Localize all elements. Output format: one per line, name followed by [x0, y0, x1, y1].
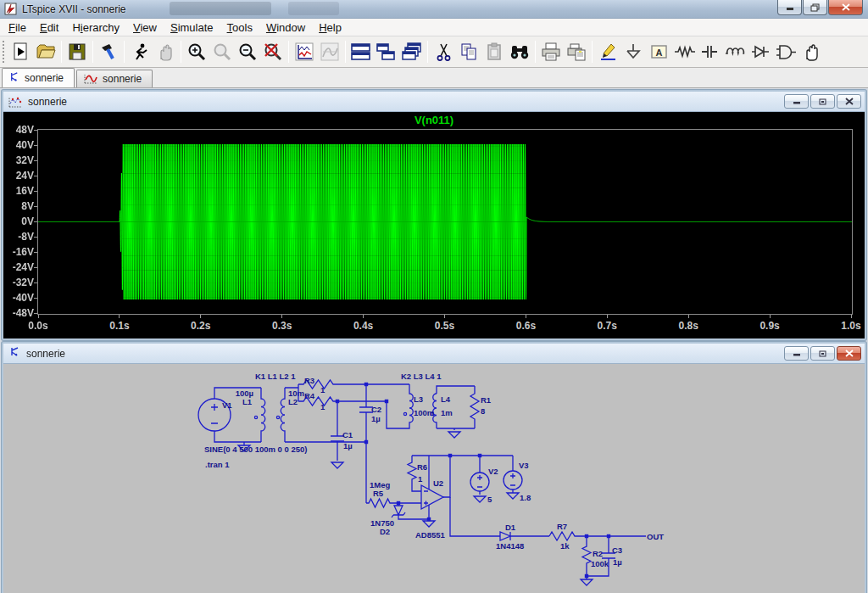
toolbar-label-button[interactable]: A: [646, 39, 671, 64]
tab-schematic-sonnerie[interactable]: sonnerie: [2, 68, 75, 87]
toolbar-print-button[interactable]: [538, 39, 564, 64]
toolbar-save-button[interactable]: [64, 39, 90, 64]
window-titlebar[interactable]: LTspice XVII - sonnerie: [0, 0, 868, 19]
svg-text:1µ: 1µ: [343, 441, 353, 450]
svg-text:1: 1: [418, 474, 423, 484]
component-c1[interactable]: C1 1µ: [331, 401, 353, 468]
x-tick-label: 0.3s: [264, 320, 301, 332]
restore-button[interactable]: [803, 0, 827, 15]
component-l1-l2[interactable]: 100µ L1 10m L2 K1 L1 L2 1: [236, 372, 304, 442]
component-d1[interactable]: D1 1N4148: [450, 497, 549, 551]
waveform-restore-button[interactable]: [810, 94, 835, 109]
x-tick-label: 0.2s: [182, 320, 220, 332]
svg-text:1.8: 1.8: [520, 493, 531, 502]
svg-text:100m: 100m: [414, 408, 434, 417]
menu-file[interactable]: File: [2, 20, 33, 36]
svg-text:R4: R4: [304, 391, 315, 400]
x-tick-label: 0.7s: [588, 320, 626, 332]
svg-text:C1: C1: [342, 430, 353, 439]
schematic-close-button[interactable]: [837, 346, 861, 361]
open-icon: [35, 42, 57, 62]
y-tick: [34, 237, 37, 238]
close-button[interactable]: [828, 0, 863, 15]
plot-frame[interactable]: [37, 129, 853, 315]
menu-simulate[interactable]: Simulate: [164, 20, 220, 36]
y-tick-label: -16V: [3, 246, 34, 258]
toolbar-tile-vertical-button[interactable]: [374, 39, 399, 64]
schematic-window-titlebar[interactable]: sonnerie: [3, 344, 865, 364]
menu-tools[interactable]: Tools: [220, 20, 259, 36]
schematic-minimize-button[interactable]: [784, 346, 809, 361]
component-r7[interactable]: R7 1k: [549, 522, 646, 551]
svg-text:8: 8: [481, 406, 485, 416]
svg-text:A: A: [656, 48, 663, 58]
label-icon: A: [648, 42, 669, 62]
spice-directive-tran[interactable]: .tran 1: [205, 460, 230, 469]
waveform-canvas[interactable]: [38, 130, 852, 314]
component-v3[interactable]: V3 1.8: [504, 456, 531, 502]
menu-edit[interactable]: Edit: [33, 20, 65, 36]
toolbar-zoom-in-button[interactable]: [184, 39, 209, 64]
waveform-plot-pane[interactable]: V(n011) 48V40V32V24V16V8V0V-8V-16V-24V-3…: [3, 112, 865, 338]
waveform-window-icon: [8, 96, 23, 108]
toolbar-zoom-out-button[interactable]: [235, 39, 260, 64]
toolbar-find-button[interactable]: [507, 39, 532, 64]
toolbar: A: [0, 36, 868, 68]
toolbar-cut-button[interactable]: [431, 39, 456, 64]
toolbar-cascade-button[interactable]: [399, 39, 425, 64]
waveform-close-button[interactable]: [837, 94, 861, 109]
schematic-drawing[interactable]: V1 100µ L1 10m L2 K1 L1 L2 1 R3: [3, 364, 865, 593]
y-tick-label: 32V: [3, 154, 34, 166]
toolbar-zoom-full-button[interactable]: [260, 39, 286, 64]
waveform-minimize-button[interactable]: [784, 94, 809, 109]
toolbar-gripper[interactable]: [2, 40, 5, 64]
toolbar-separator: [124, 41, 125, 63]
x-tick-label: 0.6s: [507, 320, 544, 332]
toolbar-capacitor-button[interactable]: [697, 39, 722, 64]
toolbar-copy-button[interactable]: [456, 39, 481, 64]
component-l3-l4[interactable]: K2 L3 L4 1 L3 100m L4 1m: [387, 372, 453, 428]
tab-waveform-sonnerie[interactable]: sonnerie: [76, 70, 153, 87]
toolbar-spice-analysis-button[interactable]: [317, 39, 342, 64]
toolbar-open-button[interactable]: [33, 39, 58, 64]
toolbar-wire-button[interactable]: [595, 39, 620, 64]
menu-window[interactable]: Window: [259, 20, 312, 36]
svg-text:V3: V3: [519, 461, 529, 470]
component-r5[interactable]: 1Meg R5: [366, 442, 421, 507]
schematic-restore-button[interactable]: [810, 346, 835, 361]
toolbar-drag-button[interactable]: [798, 39, 824, 64]
toolbar-print-preview-button[interactable]: [564, 39, 589, 64]
toolbar-separator: [345, 41, 346, 63]
toolbar-resistor-button[interactable]: [671, 39, 697, 64]
toolbar-control-panel-button[interactable]: [96, 39, 121, 64]
toolbar-run-button[interactable]: [8, 39, 33, 64]
component-r6[interactable]: R6 1: [408, 456, 427, 491]
menu-view[interactable]: View: [126, 20, 164, 36]
waveform-window-titlebar[interactable]: sonnerie: [3, 92, 865, 112]
menu-help[interactable]: Help: [312, 20, 348, 36]
diode-icon: [750, 42, 771, 62]
minimize-button[interactable]: [777, 0, 802, 15]
toolbar-diode-button[interactable]: [748, 39, 773, 64]
toolbar-ground-button[interactable]: [620, 39, 646, 64]
component-r2[interactable]: R2 100k: [581, 536, 609, 585]
trace-title: V(n011): [3, 114, 865, 126]
schematic-canvas[interactable]: V1 100µ L1 10m L2 K1 L1 L2 1 R3: [3, 364, 865, 593]
toolbar-component-button[interactable]: [773, 39, 798, 64]
component-v2[interactable]: V2 5: [470, 456, 498, 504]
out-net-label[interactable]: OUT: [647, 532, 664, 541]
wire-icon: [598, 42, 618, 62]
toolbar-halt-button[interactable]: [127, 39, 153, 64]
toolbar-paste-button[interactable]: [481, 39, 507, 64]
spice-directive-sine[interactable]: SINE(0 4 500 100m 0 0 250): [204, 445, 307, 454]
x-tick: [526, 315, 526, 318]
svg-text:1m: 1m: [441, 408, 453, 417]
toolbar-tile-horizontal-button[interactable]: [348, 39, 374, 64]
toolbar-inductor-button[interactable]: [722, 39, 748, 64]
toolbar-zoom-back-button[interactable]: [209, 39, 235, 64]
menu-hierarchy[interactable]: Hierarchy: [65, 20, 126, 36]
toolbar-plot-settings-button[interactable]: [292, 39, 317, 64]
zoom-back-icon: [212, 42, 232, 62]
toolbar-pan-button[interactable]: [153, 39, 178, 64]
zoom-in-icon: [186, 42, 207, 62]
